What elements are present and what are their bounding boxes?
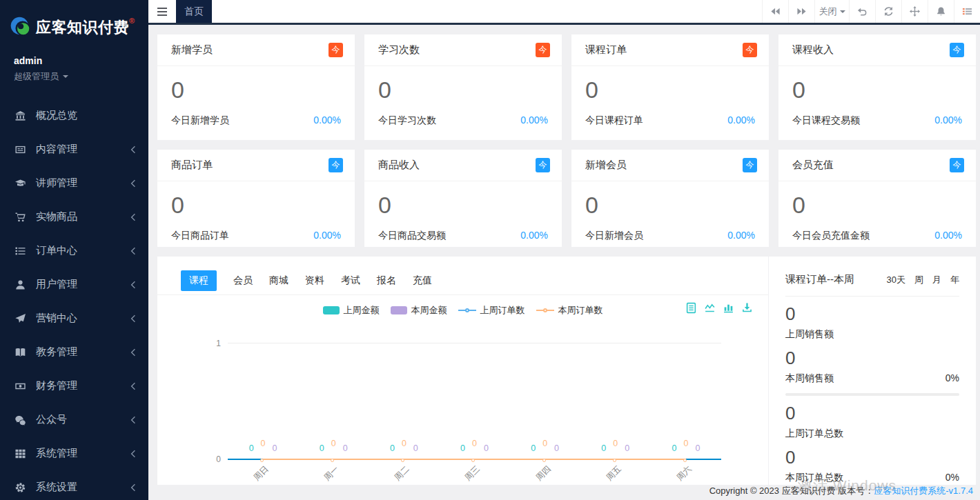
chart-tab[interactable]: 报名 [377, 270, 396, 291]
sidebar-item-gear[interactable]: 系统设置 [0, 470, 148, 500]
data-label: 0 [601, 443, 606, 453]
tab-home[interactable]: 首页 [176, 0, 212, 23]
today-badge[interactable]: 今 [536, 158, 550, 172]
stat-card-subtitle: 今日课程订单 [585, 114, 643, 127]
sidebar-item-bank[interactable]: 概况总览 [0, 99, 148, 132]
sidebar-item-newspaper[interactable]: 内容管理 [0, 132, 148, 166]
chevron-left-icon [130, 348, 136, 357]
today-badge[interactable]: 今 [950, 43, 964, 57]
chart-tab[interactable]: 会员 [233, 270, 253, 291]
side-stat-item: 0 本周销售额 0% [785, 348, 959, 396]
chart-tabs: 课程会员商城资料考试报名充值 [157, 257, 768, 295]
stat-card-percent: 0.00% [520, 230, 548, 242]
chart-toolbox [685, 302, 753, 314]
stat-card-value: 0 [792, 191, 962, 219]
data-label: 0 [613, 439, 618, 448]
y-axis-tick: 1 [216, 339, 221, 348]
sidebar-item-label: 营销中心 [36, 312, 130, 325]
refresh-button[interactable] [875, 0, 901, 23]
sidebar: 应客知识付费 ® admin 超级管理员 概况总览 内容管理 讲师管理 实物商品 [0, 0, 148, 500]
range-option[interactable]: 周 [914, 274, 923, 286]
back-button[interactable] [849, 0, 875, 23]
today-badge[interactable]: 今 [743, 158, 757, 172]
data-label: 0 [331, 439, 336, 448]
bar-chart-icon[interactable] [723, 302, 734, 314]
stat-card-percent: 0.00% [727, 230, 755, 242]
version-link[interactable]: 应客知识付费系统-v1.7.4 [874, 486, 973, 496]
stat-card-subtitle: 今日新增学员 [171, 114, 229, 127]
chart-tab[interactable]: 资料 [305, 270, 324, 291]
line-chart-icon[interactable] [704, 302, 716, 314]
sidebar-item-cart[interactable]: 实物商品 [0, 200, 148, 234]
chart-category: 000周四 [510, 343, 580, 459]
list-icon [14, 246, 27, 257]
sidebar-item-book[interactable]: 教务管理 [0, 335, 148, 369]
task-list-button[interactable] [954, 0, 980, 23]
sidebar-item-graduation-cap[interactable]: 讲师管理 [0, 166, 148, 200]
paper-plane-icon [14, 313, 27, 324]
sidebar-item-label: 实物商品 [36, 210, 130, 223]
chart-tab[interactable]: 充值 [413, 270, 432, 291]
chart-card: 课程会员商城资料考试报名充值 上周金额本周金额上周订单数本周订单数 1 0 00… [157, 257, 976, 485]
sidebar-item-grid[interactable]: 系统管理 [0, 437, 148, 470]
chart-category: 000周一 [298, 343, 369, 459]
legend-item[interactable]: 本周金额 [391, 304, 447, 317]
sidebar-item-label: 系统设置 [36, 481, 130, 494]
stat-card-percent: 0.00% [313, 230, 341, 242]
sidebar-toggle-button[interactable] [148, 0, 176, 23]
sidebar-item-label: 系统管理 [36, 447, 130, 460]
close-tabs-dropdown[interactable]: 关闭 [814, 0, 849, 23]
today-badge[interactable]: 今 [329, 158, 343, 172]
today-badge[interactable]: 今 [950, 158, 964, 172]
bell-icon [936, 6, 946, 17]
sidebar-item-label: 订单中心 [36, 244, 130, 257]
chart-tab[interactable]: 课程 [181, 270, 217, 291]
topbar-spacer [212, 0, 762, 23]
legend-item[interactable]: 上周金额 [323, 304, 380, 317]
x-axis-label: 周一 [322, 463, 342, 483]
stat-card-value: 0 [585, 76, 755, 103]
today-badge[interactable]: 今 [743, 43, 757, 57]
range-option[interactable]: 年 [950, 274, 959, 286]
today-badge[interactable]: 今 [329, 43, 343, 57]
legend-item[interactable]: 上周订单数 [458, 304, 525, 317]
data-label: 0 [413, 443, 418, 453]
sidebar-item-paper-plane[interactable]: 营销中心 [0, 301, 148, 335]
range-option[interactable]: 30天 [887, 274, 905, 286]
sidebar-item-wechat[interactable]: 公众号 [0, 403, 148, 437]
notifications-button[interactable] [928, 0, 954, 23]
range-option[interactable]: 月 [932, 274, 941, 286]
app-logo[interactable]: 应客知识付费 ® [0, 0, 148, 41]
forward-tabs-button[interactable] [788, 0, 814, 23]
chevron-left-icon [130, 416, 136, 424]
sidebar-item-list[interactable]: 订单中心 [0, 234, 148, 268]
sidebar-item-label: 公众号 [36, 413, 130, 426]
wechat-icon [14, 414, 27, 426]
x-axis-label: 周四 [533, 463, 553, 483]
gear-icon [14, 482, 27, 493]
stat-card-percent: 0.00% [727, 114, 755, 127]
sidebar-item-label: 教务管理 [36, 346, 130, 359]
stat-card: 课程收入 今 0 今日课程交易额 0.00% [778, 34, 976, 140]
stat-card-subtitle: 今日商品交易额 [378, 230, 446, 242]
data-view-icon[interactable] [685, 302, 697, 314]
x-axis-label: 周六 [674, 463, 694, 483]
newspaper-icon [14, 144, 27, 155]
legend-item[interactable]: 本周订单数 [536, 304, 603, 317]
download-icon[interactable] [741, 302, 753, 314]
rewind-tabs-button[interactable] [762, 0, 788, 23]
fullscreen-button[interactable] [901, 0, 928, 23]
line-marker [471, 459, 475, 462]
sidebar-item-money[interactable]: 财务管理 [0, 369, 148, 403]
chevron-left-icon [130, 382, 136, 390]
chart-tab[interactable]: 考试 [341, 270, 360, 291]
chart-tab[interactable]: 商城 [269, 270, 288, 291]
move-icon [910, 6, 920, 17]
data-label: 0 [249, 443, 254, 453]
app-logo-icon [9, 15, 34, 40]
undo-icon [857, 6, 868, 17]
sidebar-item-user[interactable]: 用户管理 [0, 268, 148, 301]
today-badge[interactable]: 今 [536, 43, 550, 57]
user-role-dropdown[interactable]: 超级管理员 [14, 70, 68, 83]
legend-label: 上周订单数 [480, 304, 525, 317]
